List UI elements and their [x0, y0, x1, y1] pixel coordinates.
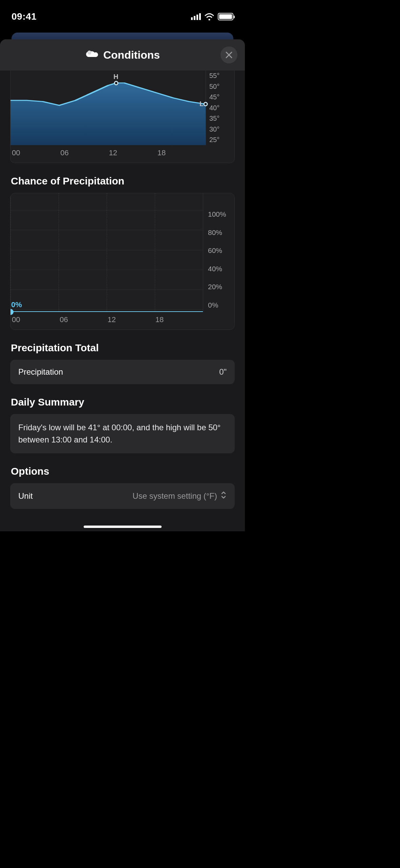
x-tick: 00	[10, 315, 60, 324]
precip-current-value: 0%	[11, 300, 22, 309]
precip-total-label: Precipitation	[18, 367, 63, 377]
precip-chance-heading: Chance of Precipitation	[11, 175, 235, 187]
precip-total-row: Precipitation 0"	[10, 360, 235, 384]
wifi-icon	[204, 13, 214, 20]
unit-label: Unit	[18, 491, 33, 501]
x-tick: 06	[60, 149, 109, 157]
temperature-y-axis: 55°50°45°40°35°30°25°	[206, 71, 234, 145]
precip-y-axis: 100%80%60%40%20%0%	[203, 193, 234, 312]
cellular-signal-icon	[191, 13, 201, 20]
precip-total-heading: Precipitation Total	[11, 342, 235, 354]
temperature-x-axis: 00061218	[10, 145, 234, 163]
y-tick: 40%	[208, 265, 234, 273]
unit-value: Use system setting (°F)	[132, 491, 217, 501]
unit-option-row[interactable]: Unit Use system setting (°F)	[10, 483, 235, 509]
daily-summary-heading: Daily Summary	[11, 396, 235, 408]
temperature-chart[interactable]: H L 55°50°45°40°35°30°25° 00061218	[10, 71, 235, 163]
y-tick: 45°	[209, 93, 234, 101]
temperature-plot-area: H L	[10, 71, 206, 145]
svg-point-2	[204, 102, 207, 106]
modal-title: Conditions	[103, 49, 160, 61]
precip-plot-area: 0%	[10, 193, 203, 312]
status-icons	[191, 13, 233, 20]
x-tick: 18	[155, 315, 203, 324]
y-tick: 30°	[209, 125, 234, 133]
modal-content[interactable]: H L 55°50°45°40°35°30°25° 00061218 Chanc…	[0, 71, 245, 531]
precip-x-axis: 00061218	[10, 312, 234, 330]
status-time: 09:41	[12, 11, 37, 22]
precip-total-value: 0"	[219, 367, 227, 377]
conditions-modal: Conditions	[0, 39, 245, 531]
x-tick: 06	[60, 315, 107, 324]
y-tick: 50°	[209, 83, 234, 91]
y-tick: 20%	[208, 283, 234, 291]
svg-point-0	[87, 51, 91, 55]
modal-header: Conditions	[0, 39, 245, 71]
y-tick: 60%	[208, 246, 234, 255]
svg-point-1	[114, 81, 118, 85]
y-tick: 55°	[209, 72, 234, 80]
y-tick: 25°	[209, 136, 234, 144]
x-tick: 12	[109, 149, 157, 157]
high-marker-label: H	[113, 73, 118, 81]
status-bar: 09:41	[0, 0, 245, 27]
x-tick: 00	[10, 149, 60, 157]
precip-chance-chart[interactable]: 0% 100%80%60%40%20%0% 00061218	[10, 193, 235, 330]
x-tick: 12	[108, 315, 155, 324]
options-heading: Options	[11, 466, 235, 477]
y-tick: 80%	[208, 229, 234, 237]
daily-summary-text: Friday's low will be 41° at 00:00, and t…	[10, 414, 235, 453]
battery-icon	[218, 13, 233, 20]
cloud-icon	[85, 49, 99, 61]
y-tick: 35°	[209, 115, 234, 122]
y-tick: 100%	[208, 210, 234, 218]
y-tick: 40°	[209, 104, 234, 112]
home-indicator[interactable]	[84, 526, 162, 528]
y-tick: 0%	[208, 301, 234, 309]
close-button[interactable]	[220, 46, 237, 63]
x-tick: 18	[157, 149, 206, 157]
chevron-up-down-icon	[220, 491, 227, 501]
